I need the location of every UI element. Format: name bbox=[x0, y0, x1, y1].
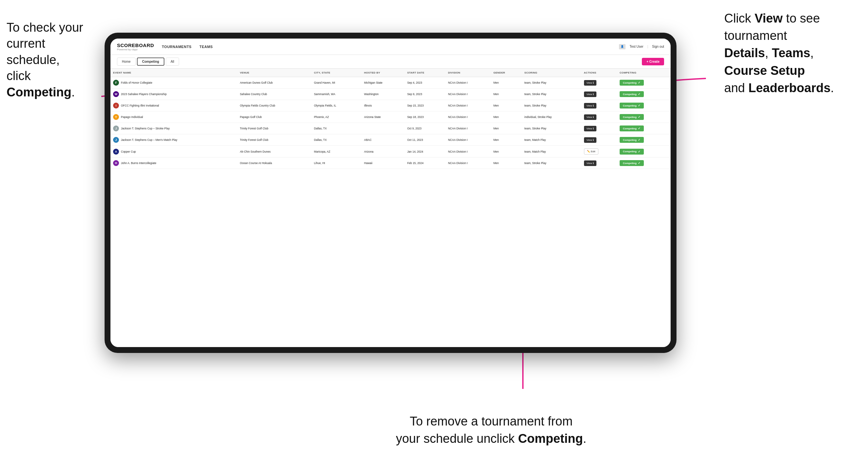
competing-cell[interactable]: Competing ✓ bbox=[617, 123, 671, 134]
city-state-cell: Maricopa, AZ bbox=[311, 146, 362, 157]
tab-all[interactable]: All bbox=[166, 58, 179, 66]
division-cell: NCAA Division I bbox=[445, 123, 491, 134]
logo-main-text: SCOREBOARD bbox=[117, 42, 154, 48]
col-city-state: CITY, STATE bbox=[311, 69, 362, 77]
view-button[interactable]: View ℹ bbox=[584, 92, 596, 97]
actions-cell[interactable]: View ℹ bbox=[581, 100, 617, 112]
annotation-top-left: To check your current schedule, click Co… bbox=[6, 20, 98, 100]
scoring-cell: team, Stroke Play bbox=[522, 100, 581, 112]
event-name-cell: J Jackson T. Stephens Cup – Stroke Play bbox=[111, 123, 237, 134]
event-name-cell: Y Papago Individual bbox=[111, 112, 237, 123]
view-button[interactable]: View ℹ bbox=[584, 114, 596, 120]
col-start-date: START DATE bbox=[405, 69, 445, 77]
division-cell: NCAA Division I bbox=[445, 134, 491, 146]
competing-cell[interactable]: Competing ✓ bbox=[617, 112, 671, 123]
venue-cell: Sahalee Country Club bbox=[237, 89, 311, 100]
city-state-cell: Phoenix, AZ bbox=[311, 112, 362, 123]
hosted-by-cell: ABAC bbox=[362, 134, 405, 146]
venue-cell: Trinity Forest Golf Club bbox=[237, 134, 311, 146]
table-body: F Folds of Honor Collegiate American Dun… bbox=[111, 77, 671, 169]
event-name-cell: I OFCC Fighting Illini Invitational bbox=[111, 100, 237, 112]
event-name: Copper Cup bbox=[121, 150, 136, 153]
team-logo: Y bbox=[113, 114, 119, 120]
table-header-row: EVENT NAME VENUE CITY, STATE HOSTED BY S… bbox=[111, 69, 671, 77]
venue-cell: Ocean Course At Hokuala bbox=[237, 157, 311, 169]
actions-cell[interactable]: View ℹ bbox=[581, 77, 617, 89]
hosted-by-cell: Hawaii bbox=[362, 157, 405, 169]
competing-cell[interactable]: Competing ✓ bbox=[617, 134, 671, 146]
tab-home[interactable]: Home bbox=[117, 58, 135, 66]
start-date-cell: Sep 9, 2023 bbox=[405, 89, 445, 100]
division-cell: NCAA Division I bbox=[445, 77, 491, 89]
event-name-cell: F Folds of Honor Collegiate bbox=[111, 77, 237, 89]
start-date-cell: Sep 15, 2023 bbox=[405, 100, 445, 112]
annotation-bottom: To remove a tournament from your schedul… bbox=[396, 413, 586, 447]
hosted-by-cell: Michigan State bbox=[362, 77, 405, 89]
scoring-cell: team, Match Play bbox=[522, 134, 581, 146]
table-row: W 2023 Sahalee Players Championship Saha… bbox=[111, 89, 671, 100]
division-cell: NCAA Division I bbox=[445, 157, 491, 169]
competing-button[interactable]: Competing ✓ bbox=[620, 80, 644, 86]
scoring-cell: team, Stroke Play bbox=[522, 77, 581, 89]
sign-out-link[interactable]: Sign out bbox=[652, 45, 664, 49]
competing-cell[interactable]: Competing ✓ bbox=[617, 146, 671, 157]
tournaments-table: EVENT NAME VENUE CITY, STATE HOSTED BY S… bbox=[111, 69, 671, 169]
hosted-by-cell: Illinois bbox=[362, 100, 405, 112]
competing-cell[interactable]: Competing ✓ bbox=[617, 157, 671, 169]
competing-cell[interactable]: Competing ✓ bbox=[617, 77, 671, 89]
tab-competing[interactable]: Competing bbox=[137, 58, 164, 66]
nav-tournaments[interactable]: TOURNAMENTS bbox=[162, 45, 191, 49]
gender-cell: Men bbox=[491, 89, 522, 100]
view-button[interactable]: View ℹ bbox=[584, 137, 596, 143]
nav-links: TOURNAMENTS TEAMS bbox=[162, 45, 619, 49]
competing-button[interactable]: Competing ✓ bbox=[620, 149, 644, 155]
team-logo: I bbox=[113, 103, 119, 108]
competing-button[interactable]: Competing ✓ bbox=[620, 137, 644, 143]
actions-cell[interactable]: View ℹ bbox=[581, 123, 617, 134]
col-scoring: SCORING bbox=[522, 69, 581, 77]
edit-button[interactable]: ✏️ Edit bbox=[584, 148, 598, 155]
create-button[interactable]: + Create bbox=[642, 58, 664, 65]
actions-cell[interactable]: View ℹ bbox=[581, 157, 617, 169]
scoring-cell: individual, Stroke Play bbox=[522, 112, 581, 123]
competing-cell[interactable]: Competing ✓ bbox=[617, 100, 671, 112]
competing-button[interactable]: Competing ✓ bbox=[620, 125, 644, 131]
actions-cell[interactable]: ✏️ Edit bbox=[581, 146, 617, 157]
view-button[interactable]: View ℹ bbox=[584, 103, 596, 108]
scoring-cell: team, Stroke Play bbox=[522, 157, 581, 169]
event-name-cell: J Jackson T. Stephens Cup – Men's Match … bbox=[111, 134, 237, 146]
view-button[interactable]: View ℹ bbox=[584, 126, 596, 131]
competing-button[interactable]: Competing ✓ bbox=[620, 103, 644, 108]
competing-button[interactable]: Competing ✓ bbox=[620, 91, 644, 97]
col-competing: COMPETING bbox=[617, 69, 671, 77]
start-date-cell: Jan 14, 2024 bbox=[405, 146, 445, 157]
competing-button[interactable]: Competing ✓ bbox=[620, 160, 644, 166]
competing-button[interactable]: Competing ✓ bbox=[620, 114, 644, 120]
col-venue: VENUE bbox=[237, 69, 311, 77]
hosted-by-cell: Washington bbox=[362, 89, 405, 100]
view-button[interactable]: View ℹ bbox=[584, 160, 596, 166]
col-division: DIVISION bbox=[445, 69, 491, 77]
city-state-cell: Lihue, HI bbox=[311, 157, 362, 169]
competing-cell[interactable]: Competing ✓ bbox=[617, 89, 671, 100]
table-row: Y Papago Individual Papago Golf ClubPhoe… bbox=[111, 112, 671, 123]
table-container: EVENT NAME VENUE CITY, STATE HOSTED BY S… bbox=[111, 69, 671, 347]
actions-cell[interactable]: View ℹ bbox=[581, 112, 617, 123]
division-cell: NCAA Division I bbox=[445, 112, 491, 123]
actions-cell[interactable]: View ℹ bbox=[581, 89, 617, 100]
table-row: I OFCC Fighting Illini Invitational Olym… bbox=[111, 100, 671, 112]
nav-teams[interactable]: TEAMS bbox=[199, 45, 213, 49]
gender-cell: Men bbox=[491, 123, 522, 134]
venue-cell: Olympia Fields Country Club bbox=[237, 100, 311, 112]
table-row: H John A. Burns Intercollegiate Ocean Co… bbox=[111, 157, 671, 169]
view-button[interactable]: View ℹ bbox=[584, 80, 596, 86]
city-state-cell: Dallas, TX bbox=[311, 123, 362, 134]
nav-right: 👤 Test User | Sign out bbox=[619, 44, 664, 49]
col-gender: GENDER bbox=[491, 69, 522, 77]
actions-cell[interactable]: View ℹ bbox=[581, 134, 617, 146]
event-name: Papago Individual bbox=[121, 115, 143, 119]
gender-cell: Men bbox=[491, 112, 522, 123]
filter-bar: Home Competing All + Create bbox=[111, 55, 671, 69]
team-logo: J bbox=[113, 125, 119, 131]
table-row: J Jackson T. Stephens Cup – Stroke Play … bbox=[111, 123, 671, 134]
